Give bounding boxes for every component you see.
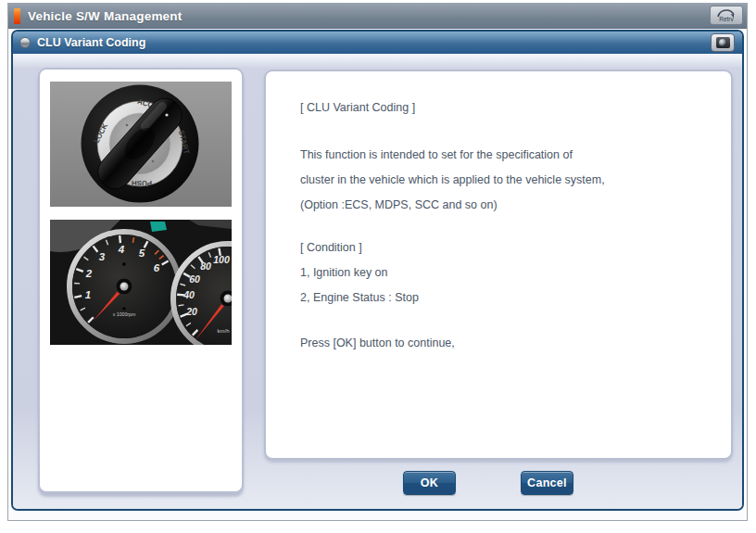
svg-text:5: 5 [139, 247, 145, 259]
section-title: [ CLU Variant Coding ] [300, 95, 712, 121]
svg-text:60: 60 [189, 273, 200, 285]
screen-capture-button[interactable] [711, 33, 735, 52]
description-line: This function is intended to set for the… [300, 143, 712, 168]
retry-button[interactable]: Retrv [710, 6, 743, 25]
tach-unit-label: x 1000rpm [113, 311, 136, 317]
title-bar: Vehicle S/W Management Retrv [8, 4, 747, 29]
svg-text:80: 80 [200, 260, 211, 272]
svg-text:20: 20 [185, 306, 197, 317]
ignition-key-photo: LOCK ACC START PUSH [50, 82, 232, 207]
key-label-push: PUSH [132, 179, 152, 187]
retry-button-label: Retrv [719, 17, 734, 22]
dialog-header: CLU Variant Coding [13, 32, 742, 55]
dialog-title: CLU Variant Coding [37, 36, 145, 49]
description-panel: [ CLU Variant Coding ] This function is … [264, 70, 733, 460]
window-title: Vehicle S/W Management [28, 9, 182, 23]
dialog-body: LOCK ACC START PUSH [13, 54, 742, 509]
tachometer-gauge: 1 2 3 4 5 6 x 1000rpm [69, 232, 179, 341]
description-line: cluster in the vehicle which is applied … [300, 168, 712, 193]
svg-text:1: 1 [85, 289, 91, 300]
svg-text:40: 40 [183, 289, 195, 300]
description-text: [ CLU Variant Coding ] This function is … [300, 95, 712, 356]
cancel-button[interactable]: Cancel [521, 471, 573, 495]
dialog-sphere-icon [19, 37, 31, 48]
instruction-line: Press [OK] button to continue, [300, 331, 712, 356]
svg-text:2: 2 [85, 268, 93, 279]
ok-button[interactable]: OK [403, 471, 456, 495]
condition-title: [ Condition ] [300, 235, 712, 260]
svg-text:100: 100 [213, 254, 230, 265]
svg-text:6: 6 [154, 262, 160, 273]
camera-icon [716, 37, 730, 48]
app-window: Vehicle S/W Management Retrv CLU Variant… [7, 3, 748, 521]
speed-unit-label: km/h [217, 328, 229, 334]
instrument-cluster-photo: 1 2 3 4 5 6 x 1000rpm [50, 220, 232, 345]
clu-variant-coding-dialog: CLU Variant Coding [11, 30, 744, 511]
svg-text:3: 3 [99, 251, 106, 262]
svg-text:4: 4 [118, 244, 125, 255]
condition-line: 1, Ignition key on [300, 260, 712, 286]
image-panel: LOCK ACC START PUSH [38, 68, 244, 493]
condition-line: 2, Engine Status : Stop [300, 286, 712, 311]
app-icon [14, 8, 20, 24]
description-line: (Option :ECS, MDPS, SCC and so on) [300, 193, 712, 218]
